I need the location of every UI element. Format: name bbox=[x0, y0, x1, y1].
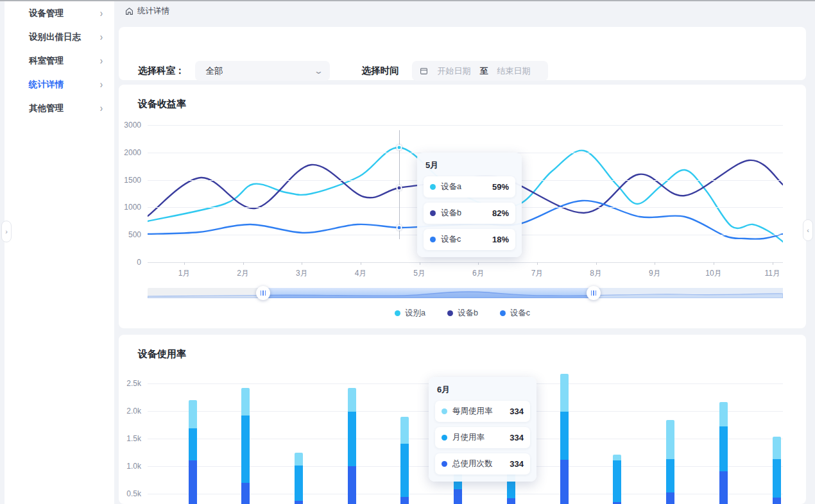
chevron-right-icon: › bbox=[100, 55, 103, 67]
x-axis-tick bbox=[596, 262, 597, 265]
y-axis-tick-label: 1.0k bbox=[126, 462, 141, 471]
hover-point-marker bbox=[397, 145, 402, 151]
x-axis-tick bbox=[302, 262, 302, 265]
legend-item-series-a[interactable]: 设别a bbox=[395, 308, 425, 319]
stacked-bar[interactable] bbox=[719, 402, 728, 504]
chevron-right-icon: › bbox=[5, 228, 8, 235]
bar-segment bbox=[400, 497, 409, 504]
x-axis-tick bbox=[184, 262, 185, 265]
hover-point-marker bbox=[397, 225, 402, 231]
bar-segment bbox=[295, 501, 303, 504]
bar-segment bbox=[773, 459, 781, 498]
start-date-input[interactable]: 开始日期 bbox=[438, 65, 471, 77]
x-axis-tick-label: 9月 bbox=[649, 268, 661, 279]
x-axis-tick bbox=[361, 262, 361, 265]
sidebar-item-label: 设备管理 bbox=[29, 8, 64, 19]
x-axis-tick-label: 1月 bbox=[178, 268, 191, 279]
bar-segment bbox=[719, 426, 728, 471]
bar-segment bbox=[507, 498, 515, 504]
stacked-bar[interactable] bbox=[613, 455, 621, 504]
y-axis-tick-label: 1500 bbox=[124, 176, 141, 185]
chevron-right-icon: › bbox=[100, 31, 103, 43]
tooltip-series-value: 82% bbox=[492, 208, 509, 218]
stacked-bar[interactable] bbox=[295, 453, 303, 504]
x-axis-tick bbox=[537, 262, 538, 265]
breadcrumb: 统计详情 bbox=[125, 6, 169, 17]
chevron-right-icon: › bbox=[100, 78, 103, 90]
stacked-bar[interactable] bbox=[400, 417, 409, 504]
bar-segment bbox=[189, 460, 197, 504]
y-axis-tick-label: 0 bbox=[137, 258, 141, 267]
department-select[interactable]: 全部 ⌄ bbox=[195, 61, 330, 81]
x-axis-tick-label: 11月 bbox=[764, 268, 780, 279]
sidebar-item-department-management[interactable]: 科室管理 › bbox=[4, 49, 114, 72]
legend-dot bbox=[395, 310, 400, 316]
tooltip-series-value: 18% bbox=[492, 235, 509, 244]
bar-segment bbox=[295, 466, 303, 501]
x-axis-tick-label: 6月 bbox=[472, 268, 485, 279]
x-axis-tick-label: 8月 bbox=[590, 268, 602, 279]
time-filter-label: 选择时间 bbox=[362, 65, 399, 77]
datazoom-selected-window[interactable] bbox=[263, 288, 594, 298]
sidebar-item-lending-log[interactable]: 设别出借日志 › bbox=[4, 25, 114, 49]
sidebar-item-label: 设别出借日志 bbox=[29, 31, 81, 43]
sidebar-item-device-management[interactable]: 设备管理 › bbox=[4, 1, 114, 25]
bar-segment bbox=[666, 492, 674, 504]
legend-label: 设别a bbox=[405, 308, 425, 319]
department-select-value: 全部 bbox=[206, 65, 223, 77]
bar-segment bbox=[348, 388, 356, 412]
sidebar-item-label: 其他管理 bbox=[29, 103, 64, 114]
panel-collapse-handle[interactable]: ‹ bbox=[803, 219, 813, 241]
bar-segment bbox=[666, 459, 674, 492]
chart-title: 设备使用率 bbox=[138, 348, 186, 360]
bar-segment bbox=[189, 400, 197, 428]
bar-segment bbox=[613, 455, 621, 460]
sidebar-item-statistics-detail[interactable]: 统计详情 › bbox=[4, 72, 114, 96]
stacked-bar[interactable] bbox=[666, 420, 674, 504]
datazoom-right-handle[interactable] bbox=[587, 286, 601, 300]
y-axis-tick-label: 2000 bbox=[124, 148, 141, 157]
series-dot bbox=[430, 210, 436, 216]
tooltip-header: 5月 bbox=[425, 160, 515, 171]
calendar-icon bbox=[420, 67, 428, 75]
tooltip-series-label: 月使用率 bbox=[452, 432, 485, 443]
sidebar-item-label: 统计详情 bbox=[29, 79, 64, 90]
end-date-input[interactable]: 结束日期 bbox=[497, 65, 531, 77]
legend-label: 设备b bbox=[458, 308, 478, 319]
stacked-bar[interactable] bbox=[348, 388, 356, 504]
stacked-bar[interactable] bbox=[560, 374, 569, 504]
stacked-bar[interactable] bbox=[773, 437, 781, 504]
bar-segment bbox=[348, 412, 356, 466]
bar-segment bbox=[400, 417, 409, 444]
chevron-right-icon: › bbox=[100, 7, 103, 19]
tooltip-series-value: 334 bbox=[510, 433, 524, 442]
legend-item-series-c[interactable]: 设备c bbox=[500, 308, 530, 319]
bar-segment bbox=[400, 444, 409, 497]
y-axis-tick-label: 500 bbox=[128, 230, 141, 239]
stacked-bar[interactable] bbox=[241, 388, 250, 504]
legend-dot bbox=[447, 310, 453, 316]
datazoom-slider[interactable] bbox=[148, 288, 783, 298]
bar-chart-tooltip: 6月 每周使用率 334 月使用率 334 总使用次数 334 bbox=[429, 377, 536, 482]
x-axis-tick bbox=[714, 262, 714, 265]
y-axis-tick-label: 1.5k bbox=[126, 434, 141, 443]
y-axis-tick-label: 1000 bbox=[124, 203, 141, 212]
x-axis-tick-label: 3月 bbox=[296, 268, 308, 279]
chart-title: 设备收益率 bbox=[138, 98, 186, 110]
datazoom-left-handle[interactable] bbox=[256, 286, 270, 300]
stacked-bar[interactable] bbox=[189, 400, 197, 504]
bar-segment bbox=[719, 471, 728, 504]
legend-item-series-b[interactable]: 设备b bbox=[447, 308, 478, 319]
tooltip-row: 设备b 82% bbox=[424, 203, 515, 224]
x-axis-tick bbox=[478, 262, 479, 265]
sidebar-item-other-management[interactable]: 其他管理 › bbox=[4, 96, 114, 120]
tooltip-row: 月使用率 334 bbox=[435, 427, 530, 448]
bar-segment bbox=[666, 420, 674, 459]
sidebar-expand-handle[interactable]: › bbox=[1, 221, 12, 242]
chevron-right-icon: › bbox=[100, 102, 103, 114]
date-range-picker[interactable]: 开始日期 至 结束日期 bbox=[412, 61, 548, 81]
tooltip-series-value: 334 bbox=[510, 407, 524, 416]
chevron-left-icon: ‹ bbox=[807, 226, 809, 234]
tooltip-series-label: 设备c bbox=[441, 234, 461, 245]
hover-point-marker bbox=[397, 185, 402, 191]
